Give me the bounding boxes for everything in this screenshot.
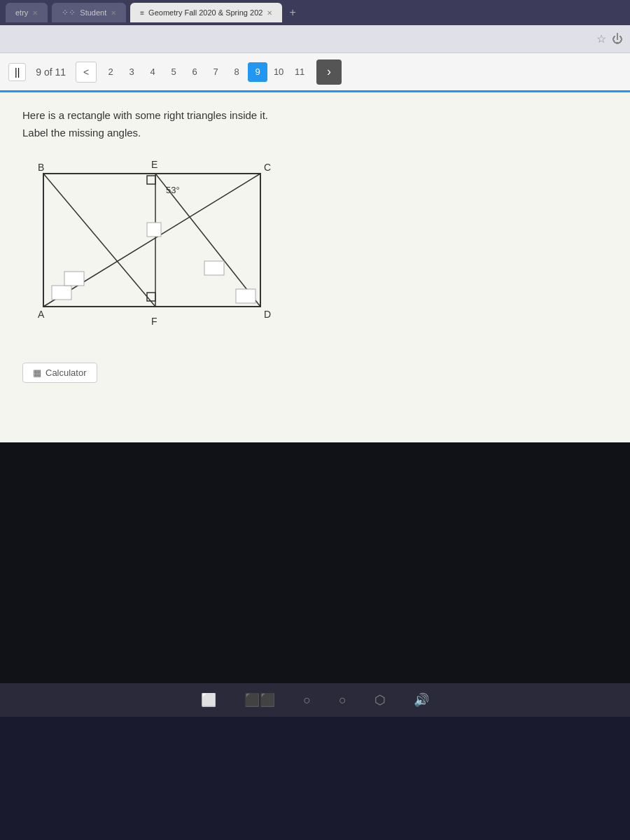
splitscreen-icon[interactable]: ⬛⬛ [244, 692, 275, 708]
page-num-6[interactable]: 6 [185, 62, 204, 82]
circle-icon-1[interactable]: ○ [303, 693, 311, 708]
browser-chrome: etry ✕ ⁘⁘ Student ✕ ≡ Geometry Fall 2020… [0, 0, 630, 25]
svg-rect-17 [236, 289, 255, 303]
tab-student[interactable]: ⁘⁘ Student ✕ [52, 3, 126, 22]
calculator-label: Calculator [46, 368, 87, 378]
hex-icon[interactable]: ⬡ [374, 692, 386, 708]
tab-geometry-close[interactable]: ✕ [267, 9, 272, 17]
page-num-10[interactable]: 10 [269, 62, 288, 82]
instruction-text-1: Here is a rectangle with some right tria… [22, 109, 608, 121]
tab-student-close[interactable]: ✕ [111, 9, 116, 17]
svg-text:D: D [264, 309, 271, 320]
page-num-4[interactable]: 4 [143, 62, 162, 82]
page-num-9[interactable]: 9 [248, 62, 267, 82]
svg-text:F: F [151, 316, 158, 327]
tab-etry[interactable]: etry ✕ [6, 3, 48, 22]
page-num-2[interactable]: 2 [101, 62, 120, 82]
svg-text:C: C [264, 162, 271, 173]
svg-rect-12 [147, 293, 155, 301]
svg-rect-14 [52, 286, 71, 300]
next-question-button[interactable]: › [316, 59, 342, 85]
window-icon[interactable]: ⬜ [201, 692, 216, 708]
browser-toolbar: ☆ ⏻ [0, 25, 630, 53]
page-num-7[interactable]: 7 [206, 62, 225, 82]
bookmark-icon[interactable]: ☆ [596, 32, 606, 46]
diagram-container: B C A D E F 53° [22, 153, 288, 349]
svg-text:B: B [38, 162, 44, 173]
page-num-5[interactable]: 5 [164, 62, 183, 82]
svg-line-1 [43, 174, 260, 307]
dark-area: ⬜ ⬛⬛ ○ ○ ⬡ 🔊 [0, 442, 630, 717]
question-count: 9 of 11 [36, 66, 66, 78]
question-nav-bar: || 9 of 11 < 2 3 4 5 6 7 8 9 10 11 › [0, 53, 630, 92]
svg-rect-18 [147, 223, 161, 237]
svg-text:53°: 53° [166, 185, 180, 195]
page-num-8[interactable]: 8 [227, 62, 246, 82]
svg-rect-16 [204, 261, 224, 275]
page-numbers: 2 3 4 5 6 7 8 9 10 11 [101, 62, 309, 82]
chromebook-bottom-bar: ⬜ ⬛⬛ ○ ○ ⬡ 🔊 [0, 683, 630, 717]
page-num-3[interactable]: 3 [122, 62, 141, 82]
volume-icon[interactable]: 🔊 [414, 692, 429, 708]
pause-button[interactable]: || [8, 63, 26, 81]
content-area: Here is a rectangle with some right tria… [0, 92, 630, 442]
tab-etry-close[interactable]: ✕ [32, 9, 38, 17]
page-num-11[interactable]: 11 [290, 62, 309, 82]
power-icon[interactable]: ⏻ [612, 33, 623, 46]
calculator-icon: ▦ [33, 368, 41, 378]
svg-text:E: E [151, 159, 158, 170]
svg-rect-15 [64, 272, 84, 286]
calculator-button[interactable]: ▦ Calculator [22, 363, 97, 383]
tab-geometry-label: Geometry Fall 2020 & Spring 202 [148, 8, 262, 17]
add-tab-button[interactable]: + [289, 6, 295, 19]
svg-rect-13 [147, 176, 155, 184]
circle-icon-2[interactable]: ○ [339, 693, 346, 708]
tab-etry-label: etry [15, 8, 28, 17]
tab-student-label: Student [80, 8, 106, 17]
instruction-text-2: Label the missing angles. [22, 127, 608, 139]
tab-geometry[interactable]: ≡ Geometry Fall 2020 & Spring 202 ✕ [130, 3, 282, 22]
prev-question-button[interactable]: < [76, 62, 97, 83]
svg-text:A: A [38, 309, 45, 320]
geometry-diagram: B C A D E F 53° [22, 153, 288, 335]
